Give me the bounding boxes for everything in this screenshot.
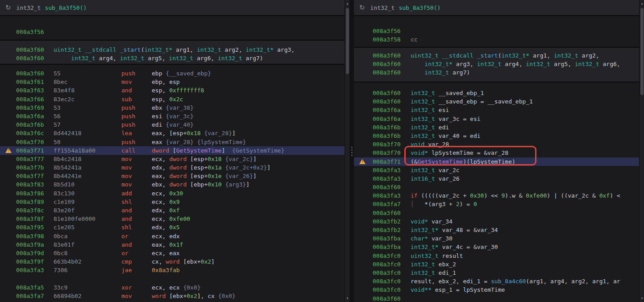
opcode-bytes[interactable]: 83c130 [54,189,121,198]
address[interactable]: 008a3f86 [16,189,54,198]
code-token[interactable]: , [162,233,169,240]
mnemonic[interactable]: mov [121,180,152,189]
code-token[interactable]: {arg3} [222,181,246,188]
address[interactable]: 008a3f56 [373,27,411,35]
code-token[interactable]: ebx [152,104,162,111]
address[interactable]: 008a3f89 [16,198,54,206]
address[interactable]: 008a3f69 [16,103,54,112]
code-token[interactable]: 0x2 [187,293,197,299]
hlil-row[interactable]: 008a3fc0int32_t edi_1 [354,269,639,277]
disasm-row[interactable]: 008a3f8f81e100fe0000andecx, 0xfe00 [0,215,345,223]
code-token[interactable]: edx [152,164,162,171]
code-token[interactable]: 0x8a3fab [152,267,180,273]
signature-row[interactable]: 008a3f60uint32_t __stdcall _start(int32_… [354,51,639,60]
code-token[interactable]: ] [246,181,249,188]
disasm-row[interactable]: 008a3f6383e4f8andesp, 0xfffffff8 [0,86,345,95]
code-token[interactable]: esi [435,107,449,113]
code-token[interactable]: var_3c = esi [435,116,481,122]
mnemonic[interactable]: mov [121,155,152,163]
code-token[interactable]: eax [169,250,179,256]
code-token[interactable]: & [589,192,599,199]
address[interactable]: 008a3fc0 [373,269,411,277]
data-row[interactable]: 008a3f58cc cc cc cc cc cc cc cc........ [354,35,422,44]
address[interactable]: 008a3f60 [373,294,411,302]
mnemonic[interactable]: xor [121,283,152,292]
function-name[interactable]: sub_8a3f50() [399,4,440,11]
hlil-row[interactable]: 008a3f60 [354,209,639,217]
code-token[interactable]: 0x30 [470,192,484,199]
code-token[interactable]: ] [267,164,270,171]
disasm-row[interactable]: 008a3f6b57pushedi {var_40} [0,120,345,129]
address[interactable]: 008a3fc0 [373,277,411,285]
code-token[interactable]: void** [411,286,432,293]
hlil-row[interactable]: 008a3f70void var_28 [354,140,639,149]
code-token[interactable]: ( [498,52,502,59]
code-token[interactable]: ebx [187,258,197,265]
hlil-row[interactable]: 008a3f6bint32_t var_40 = edi [354,132,639,140]
address[interactable]: 008a3fc0 [373,260,411,269]
hlil-row[interactable]: 008a3fc0int32_t ebx_2 [354,260,639,269]
disasm-row[interactable]: 008a3f7f8b44241emoveax, dword [esp+0x1e … [0,172,345,180]
address[interactable]: 008a3f95 [16,223,54,232]
code-token[interactable]: int32_t [526,61,550,67]
code-token[interactable]: , [162,164,169,171]
code-token[interactable]: sub_8a4c60 [491,278,526,285]
code-token[interactable]: arg2, [578,52,599,59]
address[interactable]: 008a3fa7 [16,292,54,300]
code-token[interactable]: , [162,156,169,162]
address[interactable]: 008a3f70 [373,149,411,157]
address[interactable]: 008a3f58 [373,35,411,44]
opcode-bytes[interactable]: 81e100fe0000 [54,215,121,223]
code-token[interactable]: 0x10 [208,181,221,188]
opcode-bytes[interactable]: 8d442418 [54,129,121,137]
disasm-row[interactable]: 008a3f9f663b4b02cmpcx, word [ebx+0x2] [0,257,345,266]
code-token[interactable]: arg2, [221,46,246,53]
code-token[interactable]: int32_t [71,55,96,62]
mnemonic[interactable]: shl [121,198,152,206]
opcode-bytes[interactable]: 8b44241e [54,172,121,180]
disasm-row[interactable]: 008a3fa533c9xorecx, ecx {0x0} [0,283,345,292]
code-token[interactable]: int32_t [477,61,502,67]
hlil-row[interactable]: 008a3f70void* lpSystemTime = &var_28 [354,149,639,157]
code-token[interactable]: ebx [173,293,183,299]
address[interactable]: 008a3f70 [16,138,54,146]
refresh-icon[interactable]: ↻ [5,4,11,12]
code-token[interactable]: arg6, [599,61,620,67]
address[interactable]: 008a3f60 [373,209,411,217]
hlil-row[interactable]: 008a3fbaint32_t* var_4c = &var_30 [354,243,639,251]
code-token[interactable]: (arg1, arg4, arg2, arg1, ar [526,278,620,285]
code-token[interactable]: lpSystemTime [470,158,512,165]
code-token[interactable]: ebp [152,79,162,85]
code-token[interactable]: var_2c [568,192,589,199]
right-scrollbar[interactable]: ▲ ▼ [639,0,644,302]
code-token[interactable]: int16_t [411,175,435,182]
address[interactable]: 008a3f70 [373,140,411,149]
code-token[interactable]: var_26 [435,175,460,182]
code-token[interactable]: , [162,181,169,188]
mnemonic[interactable]: mov [121,292,152,300]
code-token[interactable]: esp [194,164,204,171]
hlil-row[interactable]: 008a3fa3int32_t var_2c [354,166,639,174]
address[interactable]: 008a3f6b [373,132,411,140]
address[interactable]: 008a3fa5 [16,283,54,292]
address[interactable]: 008a3f7f [16,172,54,180]
code-token[interactable]: ecx [152,215,162,222]
mnemonic[interactable]: and [121,86,152,95]
address[interactable]: 008a3f60 [373,60,411,68]
code-token[interactable]: ebp [152,70,162,77]
code-token[interactable]: , [162,199,169,205]
code-token[interactable]: ((((( [421,192,438,199]
address[interactable]: 008a3f60 [373,89,411,97]
left-scrollbar-thumb[interactable] [346,8,349,74]
code-token[interactable]: var_4c = &var_30 [439,244,498,250]
disasm-row[interactable]: 008a3f9a83e01fandeax, 0x1f [0,240,345,249]
opcode-bytes[interactable]: 8b4c2418 [54,155,121,163]
code-token[interactable]: edi [435,124,449,131]
code-token[interactable]: 0x1e [208,173,221,179]
hlil-row[interactable]: 008a3f6bint32_t edi [354,123,639,132]
opcode-bytes[interactable]: 663b4b02 [54,257,121,266]
code-token[interactable]: ) | (( [547,192,568,199]
code-token[interactable]: 0xfe00 [169,215,190,222]
code-token[interactable]: edx [169,233,179,240]
code-token[interactable]: [ [173,147,176,154]
